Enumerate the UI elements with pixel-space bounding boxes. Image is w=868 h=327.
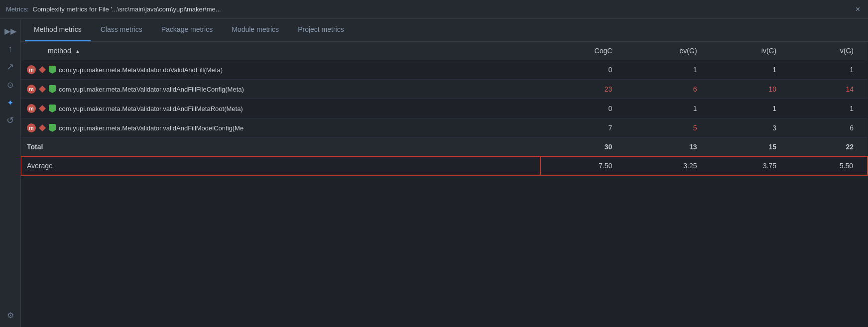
method-header[interactable]: method ▲ (21, 42, 540, 60)
total-label: Total (21, 138, 540, 157)
total-cogc: 30 (540, 138, 626, 157)
cogc-value-1: 0 (540, 60, 626, 80)
diamond-icon-2 (39, 86, 46, 93)
tab-project-metrics[interactable]: Project metrics (289, 18, 353, 41)
method-cell-1: m com.yupi.maker.meta.MetaValidator.doVa… (21, 60, 540, 80)
total-vg: 22 (790, 138, 868, 157)
export-icon[interactable]: ↑ (2, 41, 18, 57)
ivg-value-4: 3 (711, 118, 791, 138)
method-name-2: com.yupi.maker.meta.MetaValidator.validA… (59, 86, 244, 93)
undo-icon[interactable]: ↺ (2, 112, 18, 128)
sidebar: ▶▶ ↑ ↗ ⊙ ✦ ↺ ⚙ (0, 19, 21, 327)
tab-module-metrics[interactable]: Module metrics (223, 18, 288, 41)
close-button[interactable]: × (854, 5, 862, 14)
total-evg: 13 (626, 138, 711, 157)
evg-value-1: 1 (626, 60, 711, 80)
total-ivg: 15 (711, 138, 791, 157)
tab-package-metrics[interactable]: Package metrics (152, 18, 222, 41)
settings-icon[interactable]: ⚙ (2, 307, 18, 323)
total-row: Total 30 13 15 22 (21, 138, 868, 157)
cogc-value-4: 7 (540, 118, 626, 138)
method-name-4: com.yupi.maker.meta.MetaValidator.validA… (59, 124, 244, 132)
evg-value-3: 1 (626, 99, 711, 118)
cogc-header[interactable]: CogC (540, 42, 626, 60)
average-row: Average 7.50 3.25 3.75 5.50 (21, 156, 868, 175)
average-ivg: 3.75 (711, 156, 791, 175)
method-icon-4: m (27, 123, 36, 132)
metrics-table: method ▲ CogC ev(G) iv(G) v(G) (21, 42, 868, 176)
tab-method-metrics[interactable]: Method metrics (25, 18, 91, 41)
diamond-icon-1 (39, 66, 46, 73)
evg-header[interactable]: ev(G) (626, 42, 711, 60)
content-area: Method metrics Class metrics Package met… (21, 19, 868, 327)
evg-value-2: 6 (626, 80, 711, 99)
green-tag-icon-3 (49, 105, 56, 112)
table-row: m com.yupi.maker.meta.MetaValidator.vali… (21, 80, 868, 99)
vg-value-2: 14 (790, 80, 868, 99)
metrics-label: Metrics: (6, 5, 29, 13)
evg-value-4: 5 (626, 118, 711, 138)
diamond-icon-4 (39, 124, 46, 131)
method-name-3: com.yupi.maker.meta.MetaValidator.validA… (59, 105, 243, 112)
metrics-title: Complexity metrics for File '...\src\mai… (33, 5, 850, 13)
vg-value-4: 6 (790, 118, 868, 138)
double-right-arrow-icon[interactable]: ▶▶ (2, 23, 18, 39)
cogc-value-2: 23 (540, 80, 626, 99)
ivg-value-2: 10 (711, 80, 791, 99)
tabs-bar: Method metrics Class metrics Package met… (21, 19, 868, 42)
vg-value-3: 1 (790, 99, 868, 118)
ivg-header[interactable]: iv(G) (711, 42, 791, 60)
method-cell-4: m com.yupi.maker.meta.MetaValidator.vali… (21, 118, 540, 138)
main-container: ▶▶ ↑ ↗ ⊙ ✦ ↺ ⚙ Method metrics Class metr… (0, 19, 868, 327)
method-cell-3: m com.yupi.maker.meta.MetaValidator.vali… (21, 99, 540, 118)
camera-icon[interactable]: ⊙ (2, 77, 18, 93)
green-tag-icon-4 (49, 124, 56, 132)
ivg-value-1: 1 (711, 60, 791, 80)
table-container: method ▲ CogC ev(G) iv(G) v(G) (21, 42, 868, 327)
top-bar: Metrics: Complexity metrics for File '..… (0, 0, 868, 19)
method-icon-3: m (27, 104, 36, 113)
ivg-value-3: 1 (711, 99, 791, 118)
vg-header[interactable]: v(G) (790, 42, 868, 60)
sort-asc-icon: ▲ (75, 48, 81, 54)
method-cell-2: m com.yupi.maker.meta.MetaValidator.vali… (21, 80, 540, 99)
average-cogc: 7.50 (540, 156, 626, 175)
average-label: Average (21, 156, 540, 175)
table-header-row: method ▲ CogC ev(G) iv(G) v(G) (21, 42, 868, 60)
external-link-icon[interactable]: ↗ (2, 59, 18, 75)
tab-class-metrics[interactable]: Class metrics (92, 18, 151, 41)
green-tag-icon-2 (49, 85, 56, 93)
method-name-1: com.yupi.maker.meta.MetaValidator.doVali… (59, 66, 223, 74)
method-icon-2: m (27, 85, 36, 94)
vg-value-1: 1 (790, 60, 868, 80)
average-vg: 5.50 (790, 156, 868, 175)
table-row: m com.yupi.maker.meta.MetaValidator.vali… (21, 99, 868, 118)
green-tag-icon-1 (49, 66, 56, 74)
average-evg: 3.25 (626, 156, 711, 175)
table-row: m com.yupi.maker.meta.MetaValidator.vali… (21, 118, 868, 138)
method-icon-1: m (27, 65, 36, 74)
random-icon[interactable]: ✦ (2, 95, 18, 110)
cogc-value-3: 0 (540, 99, 626, 118)
table-row: m com.yupi.maker.meta.MetaValidator.doVa… (21, 60, 868, 80)
diamond-icon-3 (39, 105, 46, 112)
